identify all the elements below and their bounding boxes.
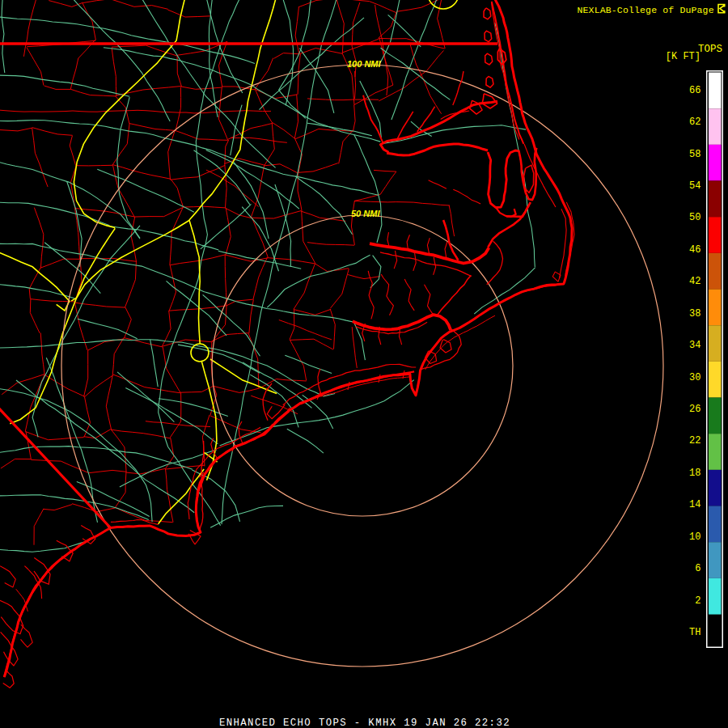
svg-text:TOPS: TOPS (698, 44, 722, 55)
svg-text:10: 10 (689, 531, 700, 543)
svg-text:NEXLAB-College of DuPage: NEXLAB-College of DuPage (578, 5, 714, 15)
svg-text:66: 66 (689, 85, 700, 96)
svg-text:30: 30 (689, 372, 700, 383)
svg-text:100 NMI: 100 NMI (347, 59, 382, 69)
svg-text:46: 46 (689, 244, 700, 256)
svg-text:2: 2 (695, 595, 700, 607)
svg-text:22: 22 (689, 435, 700, 447)
svg-text:TH: TH (689, 627, 700, 638)
svg-text:26: 26 (689, 404, 700, 415)
svg-text:42: 42 (689, 276, 700, 287)
svg-text:14: 14 (689, 499, 700, 510)
svg-text:18: 18 (689, 468, 700, 479)
svg-text:[K FT]: [K FT] (666, 51, 700, 62)
svg-text:34: 34 (689, 340, 700, 351)
svg-text:58: 58 (689, 149, 700, 160)
svg-text:6: 6 (695, 563, 700, 574)
svg-text:ENHANCED ECHO TOPS - KMHX 19 J: ENHANCED ECHO TOPS - KMHX 19 JAN 26 22:3… (219, 717, 510, 728)
svg-text:62: 62 (689, 116, 700, 128)
svg-text:54: 54 (689, 180, 700, 192)
svg-text:38: 38 (689, 308, 700, 320)
svg-text:50: 50 (689, 212, 700, 223)
svg-text:50 NMI: 50 NMI (351, 209, 380, 218)
